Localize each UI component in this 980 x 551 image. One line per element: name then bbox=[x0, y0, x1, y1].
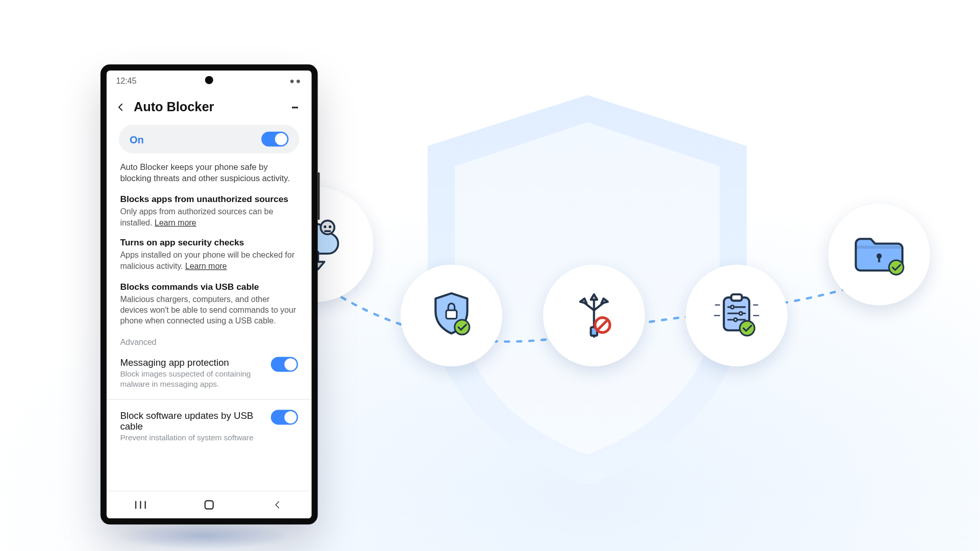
app-header: Auto Blocker bbox=[107, 91, 312, 123]
master-toggle-row[interactable]: On bbox=[119, 125, 300, 154]
section-usb-commands: Blocks commands via USB cable Malicious … bbox=[120, 281, 298, 327]
svg-point-1 bbox=[324, 226, 326, 228]
learn-more-link[interactable]: Learn more bbox=[185, 261, 227, 271]
back-button[interactable] bbox=[111, 97, 131, 117]
section-app-security-checks: Turns on app security checks Apps instal… bbox=[120, 238, 298, 272]
option-toggle[interactable] bbox=[271, 357, 298, 372]
svg-point-6 bbox=[455, 320, 470, 335]
phone-screen: 12:45 ●● Auto Blocker On Auto Blocker ke… bbox=[107, 70, 312, 518]
home-icon bbox=[204, 499, 214, 510]
advanced-label: Advanced bbox=[120, 337, 298, 347]
clipboard-settings-check-icon bbox=[710, 289, 763, 342]
feature-bubble-secure-folder bbox=[828, 204, 930, 306]
phone-shadow bbox=[115, 522, 292, 549]
svg-point-26 bbox=[889, 260, 903, 274]
svg-point-22 bbox=[740, 321, 754, 336]
usb-trident-blocked-icon bbox=[568, 289, 621, 342]
phone-frame: 12:45 ●● Auto Blocker On Auto Blocker ke… bbox=[101, 64, 318, 524]
home-button[interactable] bbox=[195, 498, 223, 512]
secure-folder-check-icon bbox=[850, 230, 908, 280]
section-unauthorized-sources: Blocks apps from unauthorized sources On… bbox=[120, 194, 298, 228]
recents-button[interactable] bbox=[127, 498, 154, 512]
svg-rect-5 bbox=[446, 310, 457, 319]
settings-scroll-area[interactable]: On Auto Blocker keeps your phone safe by… bbox=[107, 123, 312, 491]
svg-rect-11 bbox=[731, 294, 742, 300]
feature-bubble-usb-block bbox=[543, 265, 645, 367]
svg-rect-23 bbox=[856, 245, 902, 248]
svg-point-17 bbox=[734, 318, 737, 321]
option-title: Block software updates by USB cable bbox=[120, 410, 256, 432]
svg-rect-27 bbox=[205, 501, 213, 509]
intro-text: Auto Blocker keeps your phone safe by bl… bbox=[120, 162, 298, 185]
svg-point-13 bbox=[731, 306, 734, 309]
section-body: Apps installed on your phone will be che… bbox=[120, 250, 298, 272]
svg-point-2 bbox=[329, 226, 331, 228]
section-title: Blocks commands via USB cable bbox=[120, 281, 298, 291]
back-nav-button[interactable] bbox=[264, 498, 291, 512]
svg-rect-25 bbox=[878, 256, 880, 262]
section-title: Blocks apps from unauthorized sources bbox=[120, 194, 298, 204]
feature-bubble-app-security bbox=[401, 265, 503, 367]
recents-icon bbox=[135, 500, 147, 510]
option-subtitle: Prevent installation of system software bbox=[120, 433, 256, 443]
option-title: Messaging app protection bbox=[120, 357, 256, 368]
divider bbox=[107, 399, 312, 399]
option-toggle[interactable] bbox=[271, 410, 298, 424]
section-body: Only apps from authorized sources can be… bbox=[120, 206, 298, 228]
learn-more-link[interactable]: Learn more bbox=[155, 218, 197, 228]
page-title: Auto Blocker bbox=[134, 100, 282, 115]
more-options-button[interactable] bbox=[284, 97, 305, 117]
svg-point-15 bbox=[739, 312, 742, 315]
option-subtitle: Block images suspected of containing mal… bbox=[120, 369, 256, 390]
status-icons: ●● bbox=[289, 76, 302, 86]
chevron-left-icon bbox=[273, 500, 282, 510]
option-messaging-protection[interactable]: Messaging app protection Block images su… bbox=[119, 349, 300, 396]
section-title: Turns on app security checks bbox=[120, 238, 298, 248]
status-bar: 12:45 ●● bbox=[107, 70, 312, 91]
option-block-usb-updates[interactable]: Block software updates by USB cable Prev… bbox=[119, 403, 300, 450]
illustration-stage: 12:45 ●● Auto Blocker On Auto Blocker ke… bbox=[0, 0, 979, 551]
master-toggle[interactable] bbox=[261, 132, 288, 146]
system-nav-bar bbox=[107, 491, 312, 519]
chevron-left-icon bbox=[116, 103, 126, 112]
status-time: 12:45 bbox=[116, 76, 136, 86]
feature-bubble-settings-check bbox=[685, 265, 788, 367]
section-body: Malicious chargers, computers, and other… bbox=[120, 293, 298, 327]
canvas: 12:45 ●● Auto Blocker On Auto Blocker ke… bbox=[0, 0, 980, 551]
master-toggle-label: On bbox=[130, 133, 144, 145]
svg-point-0 bbox=[321, 220, 334, 234]
shield-lock-check-icon bbox=[425, 289, 478, 342]
